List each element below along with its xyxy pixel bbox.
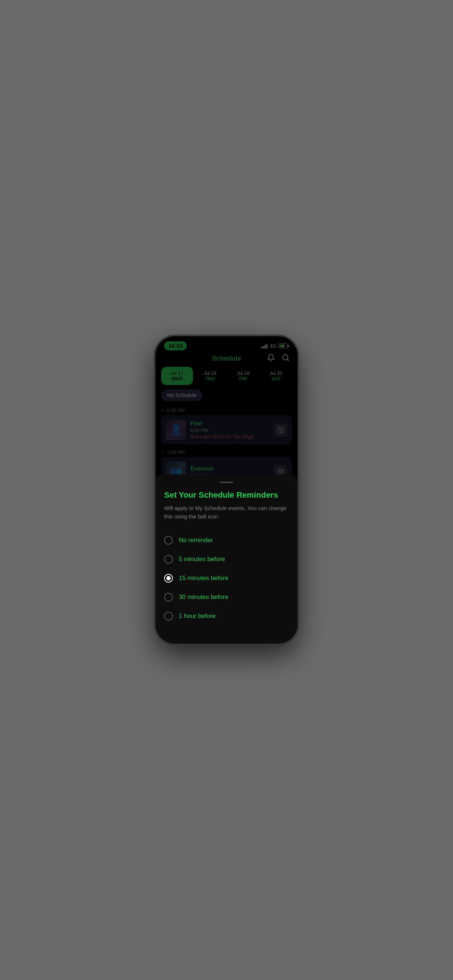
reminder-option-30min[interactable]: 30 minutes before — [164, 588, 289, 607]
reminders-modal: Set Your Schedule Reminders Will apply t… — [155, 474, 298, 644]
radio-5min — [164, 555, 173, 564]
modal-title: Set Your Schedule Reminders — [164, 490, 289, 500]
reminder-label-30min: 30 minutes before — [179, 593, 228, 601]
reminder-label-none: No reminder — [179, 537, 213, 544]
radio-15min — [164, 574, 173, 582]
reminder-option-none[interactable]: No reminder — [164, 531, 289, 550]
radio-1hr — [164, 612, 173, 620]
sheet-handle — [220, 482, 233, 483]
radio-30min — [164, 593, 173, 601]
modal-description: Will apply to My Schedule events. You ca… — [164, 504, 289, 520]
reminder-label-1hr: 1 hour before — [179, 612, 215, 620]
reminder-option-15min[interactable]: 15 minutes before — [164, 569, 289, 588]
reminder-label-15min: 15 minutes before — [179, 574, 228, 582]
radio-inner-15min — [166, 576, 171, 581]
reminder-option-5min[interactable]: 5 minutes before — [164, 550, 289, 569]
radio-none — [164, 536, 173, 545]
reminder-option-1hr[interactable]: 1 hour before — [164, 607, 289, 625]
reminder-label-5min: 5 minutes before — [179, 555, 225, 563]
